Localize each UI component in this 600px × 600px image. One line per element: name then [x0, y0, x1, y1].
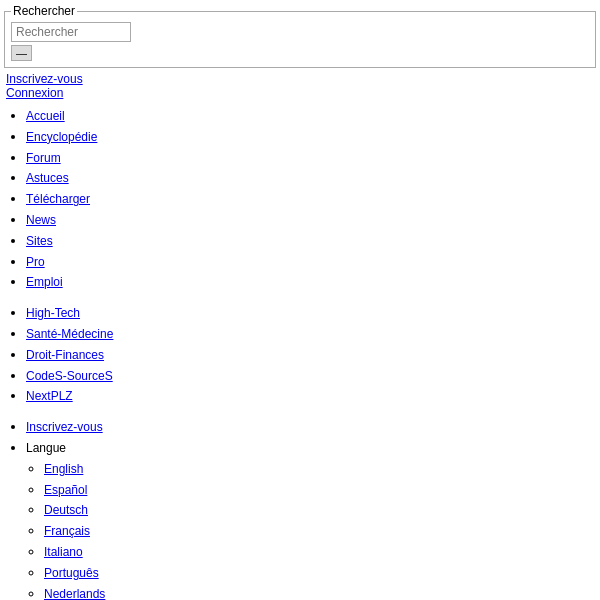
nav2-link[interactable]: Santé-Médecine [26, 327, 113, 341]
nav1-item: Forum [26, 148, 594, 169]
search-button-top[interactable]: — [11, 45, 32, 61]
nav1-link[interactable]: Forum [26, 151, 61, 165]
lang-item: Español [44, 480, 594, 501]
nav2-link[interactable]: High-Tech [26, 306, 80, 320]
nav1-item: Sites [26, 231, 594, 252]
nav1-item: News [26, 210, 594, 231]
search-fieldset-top: Rechercher — [4, 4, 596, 68]
nav2-item: Santé-Médecine [26, 324, 594, 345]
nav1-item: Emploi [26, 272, 594, 293]
inscrivez-vous-item: Inscrivez-vous [26, 417, 594, 438]
nav2-item: High-Tech [26, 303, 594, 324]
category-nav: High-TechSanté-MédecineDroit-FinancesCod… [0, 301, 600, 415]
nav1-link[interactable]: Télécharger [26, 192, 90, 206]
nav1-link[interactable]: Encyclopédie [26, 130, 97, 144]
nav2-link[interactable]: CodeS-SourceS [26, 369, 113, 383]
category-nav-list: High-TechSanté-MédecineDroit-FinancesCod… [6, 303, 594, 407]
nav1-item: Astuces [26, 168, 594, 189]
language-list: EnglishEspañolDeutschFrançaisItalianoPor… [26, 459, 594, 600]
lang-link[interactable]: Deutsch [44, 503, 88, 517]
nav1-item: Pro [26, 252, 594, 273]
nav1-link[interactable]: Accueil [26, 109, 65, 123]
lang-item: Français [44, 521, 594, 542]
nav2-link[interactable]: NextPLZ [26, 389, 73, 403]
lang-link[interactable]: Français [44, 524, 90, 538]
lang-link[interactable]: Português [44, 566, 99, 580]
lang-item: Deutsch [44, 500, 594, 521]
langue-item: Langue EnglishEspañolDeutschFrançaisItal… [26, 438, 594, 600]
main-nav-list: AccueilEncyclopédieForumAstucesTélécharg… [6, 106, 594, 293]
lang-item: Nederlands [44, 584, 594, 600]
langue-label: Langue [26, 441, 66, 455]
nav2-item: Droit-Finances [26, 345, 594, 366]
search-legend-top: Rechercher [11, 4, 77, 18]
lang-item: English [44, 459, 594, 480]
lang-top-list: Inscrivez-vous Langue EnglishEspañolDeut… [6, 417, 594, 600]
lang-link[interactable]: Nederlands [44, 587, 105, 600]
lang-link[interactable]: Español [44, 483, 87, 497]
inscrivez-vous-link-lang[interactable]: Inscrivez-vous [26, 420, 103, 434]
connexion-link-top[interactable]: Connexion [6, 86, 594, 100]
nav1-link[interactable]: Sites [26, 234, 53, 248]
lang-item: Português [44, 563, 594, 584]
nav1-item: Accueil [26, 106, 594, 127]
main-nav: AccueilEncyclopédieForumAstucesTélécharg… [0, 104, 600, 301]
lang-link[interactable]: English [44, 462, 83, 476]
nav1-link[interactable]: Pro [26, 255, 45, 269]
lang-item: Italiano [44, 542, 594, 563]
nav1-link[interactable]: Emploi [26, 275, 63, 289]
nav2-link[interactable]: Droit-Finances [26, 348, 104, 362]
lang-section: Inscrivez-vous Langue EnglishEspañolDeut… [0, 415, 600, 600]
lang-link[interactable]: Italiano [44, 545, 83, 559]
nav2-item: CodeS-SourceS [26, 366, 594, 387]
nav2-item: NextPLZ [26, 386, 594, 407]
search-input-top[interactable] [11, 22, 131, 42]
top-auth-links: Inscrivez-vous Connexion [0, 68, 600, 104]
nav1-link[interactable]: News [26, 213, 56, 227]
inscrivez-vous-link-top[interactable]: Inscrivez-vous [6, 72, 594, 86]
nav1-link[interactable]: Astuces [26, 171, 69, 185]
nav1-item: Encyclopédie [26, 127, 594, 148]
nav1-item: Télécharger [26, 189, 594, 210]
